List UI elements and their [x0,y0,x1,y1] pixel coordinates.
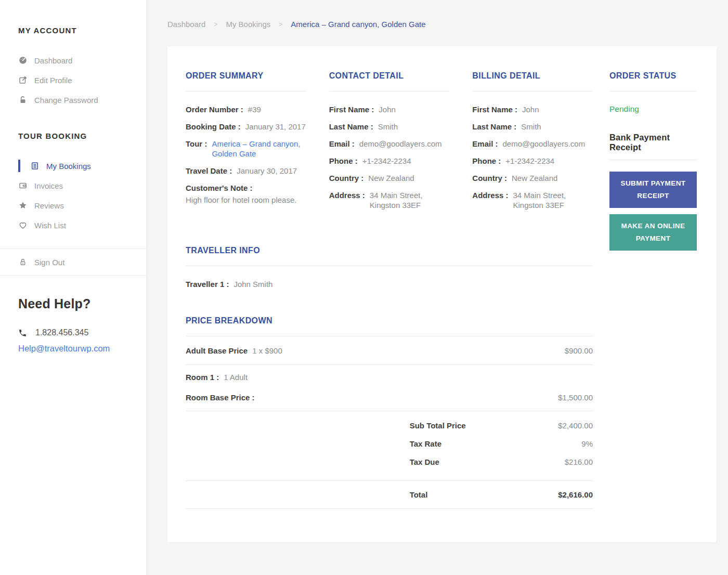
sidebar-item-label: Sign Out [34,258,64,267]
room-price-amount: $1,500.00 [558,393,593,402]
breadcrumb-current-tour: America – Grand canyon, Golden Gate [291,20,425,29]
sidebar-item-dashboard[interactable]: Dashboard [0,50,147,70]
customer-note-label: Customer's Note : [186,183,253,193]
sidebar-item-reviews[interactable]: Reviews [0,195,147,215]
detail-value: #39 [248,104,261,114]
sidebar-item-sign-out[interactable]: Sign Out [0,249,147,275]
sidebar-item-label: My Bookings [46,162,91,171]
detail-row: First Name : John [329,104,450,114]
edit-icon [18,75,28,85]
account-menu: Dashboard Edit Profile Change Password [0,50,147,110]
price-summary-group: Sub Total Price $2,400.00 Tax Rate 9% Ta… [186,411,593,480]
sidebar: MY ACCOUNT Dashboard Edit Profile Change… [0,0,147,575]
help-phone-number: 1.828.456.345 [35,328,88,337]
price-breakdown-title: PRICE BREAKDOWN [186,316,593,325]
total-row-group: Total $2,616.00 [186,481,593,508]
phone-icon [18,329,27,337]
active-indicator-bar [18,160,20,172]
need-help-block: Need Help? 1.828.456.345 Help@traveltour… [0,296,147,354]
detail-value: John [522,104,539,114]
tax-rate-row: Tax Rate 9% [186,439,593,449]
booking-menu: My Bookings Invoices Reviews Wish List [0,156,147,235]
bank-payment-receipt-heading: Bank Payment Receipt [609,133,697,152]
detail-value: Smith [521,122,541,132]
sidebar-item-invoices[interactable]: Invoices [0,176,147,195]
subtotal-amount: $2,400.00 [558,421,593,430]
order-summary-title: ORDER SUMMARY [186,71,306,81]
breadcrumb-dashboard[interactable]: Dashboard [167,20,205,29]
adult-price-detail: 1 x $900 [252,346,282,356]
help-email-link[interactable]: Help@traveltourwp.com [18,344,147,354]
sidebar-item-change-password[interactable]: Change Password [0,90,147,110]
order-status-section: ORDER STATUS Pending Bank Payment Receip… [609,71,697,542]
dashboard-icon [18,56,28,65]
detail-row: Last Name : Smith [329,122,450,132]
detail-label: Address : [472,190,508,200]
detail-label: Order Number : [186,104,243,114]
detail-row: First Name : John [472,104,593,114]
submit-payment-receipt-button[interactable]: SUBMIT PAYMENT RECEIPT [609,172,697,208]
chevron-right-icon: > [214,21,217,28]
order-detail-main: ORDER SUMMARY Order Number : #39 Booking… [186,71,593,542]
divider [186,508,593,509]
detail-label: Last Name : [329,122,373,132]
tax-due-row: Tax Due $216.00 [186,457,593,467]
room-label: Room 1 : [186,372,219,382]
tour-booking-heading: TOUR BOOKING [0,132,147,140]
detail-label: Travel Date : [186,166,232,176]
help-phone-row: 1.828.456.345 [18,328,147,337]
detail-label: Booking Date : [186,122,241,132]
traveller-name: John Smith [233,279,272,289]
detail-row: Customer's Note : [186,183,306,193]
tax-due-label: Tax Due [410,457,565,467]
main-content: Dashboard > My Bookings > America – Gran… [147,0,728,575]
lock-icon [18,95,28,104]
total-amount: $2,616.00 [558,490,593,500]
sidebar-item-label: Edit Profile [34,76,72,85]
sidebar-item-edit-profile[interactable]: Edit Profile [0,70,147,90]
detail-label: Last Name : [472,122,516,132]
order-detail-card: ORDER SUMMARY Order Number : #39 Booking… [167,46,717,542]
detail-label: Address : [329,190,365,200]
detail-value: John [379,104,396,114]
heart-icon [18,220,28,230]
billing-detail-section: BILLING DETAIL First Name : John Last Na… [472,71,593,217]
detail-value: New Zealand [512,173,557,183]
details-grid: ORDER SUMMARY Order Number : #39 Booking… [186,71,593,217]
detail-value: New Zealand [368,173,414,183]
detail-value: 34 Main Street, Kingston 33EF [370,190,423,210]
my-account-heading: MY ACCOUNT [0,26,147,35]
sidebar-item-wish-list[interactable]: Wish List [0,215,147,235]
order-status-title: ORDER STATUS [609,71,697,81]
detail-label: Phone : [329,156,358,166]
adult-price-row: Adult Base Price 1 x $900 $900.00 [186,346,593,356]
total-label: Total [410,490,558,500]
star-icon [18,201,28,210]
detail-row: Address : 34 Main Street, Kingston 33EF [472,190,593,210]
order-summary-section: ORDER SUMMARY Order Number : #39 Booking… [186,71,306,217]
room-rows-group: Room 1 : 1 Adult Room Base Price : $1,50… [186,365,593,411]
tax-rate-label: Tax Rate [410,439,582,449]
make-online-payment-button[interactable]: MAKE AN ONLINE PAYMENT [609,214,697,251]
sidebar-item-label: Change Password [34,96,98,104]
breadcrumb: Dashboard > My Bookings > America – Gran… [167,20,717,29]
sidebar-item-my-bookings[interactable]: My Bookings [0,156,147,176]
detail-value: January 31, 2017 [245,122,306,132]
detail-value: demo@goodlayers.com [503,139,586,149]
need-help-heading: Need Help? [18,296,147,311]
tax-due-amount: $216.00 [565,457,593,467]
detail-value: Smith [378,122,398,132]
tour-link[interactable]: America – Grand canyon, Golden Gate [212,139,300,159]
breadcrumb-my-bookings[interactable]: My Bookings [226,20,270,29]
detail-label: Email : [472,139,498,149]
adult-price-amount: $900.00 [565,346,593,356]
billing-detail-title: BILLING DETAIL [472,71,593,81]
customer-note-text: High floor for hotel room please. [186,195,306,205]
detail-row: Last Name : Smith [472,122,593,132]
subtotal-row: Sub Total Price $2,400.00 [186,421,593,430]
tax-rate-amount: 9% [581,439,593,449]
detail-row: Phone : +1-2342-2234 [329,156,450,166]
divider [609,160,697,160]
total-row: Total $2,616.00 [186,490,593,500]
adult-price-label: Adult Base Price [186,346,248,356]
